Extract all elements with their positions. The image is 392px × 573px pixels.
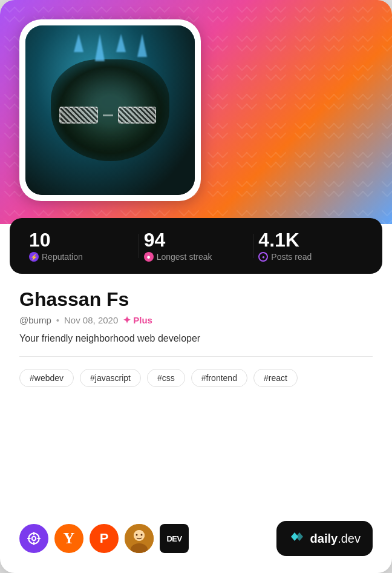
spike-4 <box>137 34 147 57</box>
diamond-icon: ✦ <box>123 314 131 326</box>
profile-card: 10 ⚡ Reputation 94 ● Longest streak 4.1K… <box>0 0 392 573</box>
badge-hackernews[interactable]: Y <box>54 524 83 553</box>
avatar <box>25 25 195 195</box>
username: @bump <box>19 315 51 325</box>
badge-dev[interactable]: DEV <box>160 524 189 553</box>
tag-javascript[interactable]: #javascript <box>80 369 141 387</box>
profile-section: Ghassan Fs @bump • Nov 08, 2020 ✦ Plus Y… <box>0 274 392 521</box>
badges-container: Y P DEV <box>19 524 189 553</box>
daily-dev-text: daily.dev <box>310 532 361 546</box>
posts-label: ● Posts read <box>258 252 363 262</box>
reputation-label: ⚡ Reputation <box>29 252 134 262</box>
tag-react[interactable]: #react <box>253 369 298 387</box>
divider <box>19 356 373 357</box>
stat-divider-1 <box>139 234 139 258</box>
join-date: Nov 08, 2020 <box>64 315 118 325</box>
spike-2 <box>95 34 105 61</box>
avatar-wrapper <box>19 19 201 201</box>
glasses <box>59 107 161 124</box>
tags-container: #webdev #javascript #css #frontend #reac… <box>19 369 373 387</box>
meta-dot: • <box>56 315 59 325</box>
reputation-value: 10 <box>29 230 134 250</box>
tag-frontend[interactable]: #frontend <box>191 369 247 387</box>
profile-name: Ghassan Fs <box>19 288 373 311</box>
hero-section <box>0 0 392 224</box>
posts-icon: ● <box>258 252 268 262</box>
profile-bio: Your friendly neighborhood web developer <box>19 333 373 344</box>
profile-footer: Y P DEV <box>0 521 392 573</box>
glass-bridge <box>103 114 113 116</box>
posts-value: 4.1K <box>258 230 363 250</box>
stat-posts: 4.1K ● Posts read <box>258 230 363 262</box>
badge-crosshair[interactable] <box>19 524 48 553</box>
streak-label: ● Longest streak <box>144 252 249 262</box>
profile-meta: @bump • Nov 08, 2020 ✦ Plus <box>19 314 373 326</box>
streak-icon: ● <box>144 252 154 262</box>
plus-badge: ✦ Plus <box>123 314 152 326</box>
spikes <box>68 34 152 61</box>
tag-css[interactable]: #css <box>147 369 185 387</box>
avatar-art <box>25 25 195 195</box>
glass-right <box>118 107 157 124</box>
stat-streak: 94 ● Longest streak <box>144 230 249 262</box>
stat-reputation: 10 ⚡ Reputation <box>29 230 134 262</box>
stat-divider-2 <box>253 234 253 258</box>
svg-point-2 <box>32 537 36 541</box>
lightning-icon: ⚡ <box>29 252 39 262</box>
svg-point-10 <box>134 530 145 541</box>
badge-producthunt[interactable]: P <box>90 524 119 553</box>
daily-dev-icon <box>289 528 305 549</box>
svg-point-12 <box>141 534 143 536</box>
spike-3 <box>116 34 126 52</box>
glass-left <box>59 107 98 124</box>
svg-point-11 <box>136 534 138 536</box>
badge-user-avatar[interactable] <box>125 524 154 553</box>
stats-bar: 10 ⚡ Reputation 94 ● Longest streak 4.1K… <box>10 218 382 274</box>
spike-1 <box>74 34 83 52</box>
streak-value: 94 <box>144 230 249 250</box>
tag-webdev[interactable]: #webdev <box>19 369 74 387</box>
daily-dev-logo[interactable]: daily.dev <box>276 521 373 556</box>
